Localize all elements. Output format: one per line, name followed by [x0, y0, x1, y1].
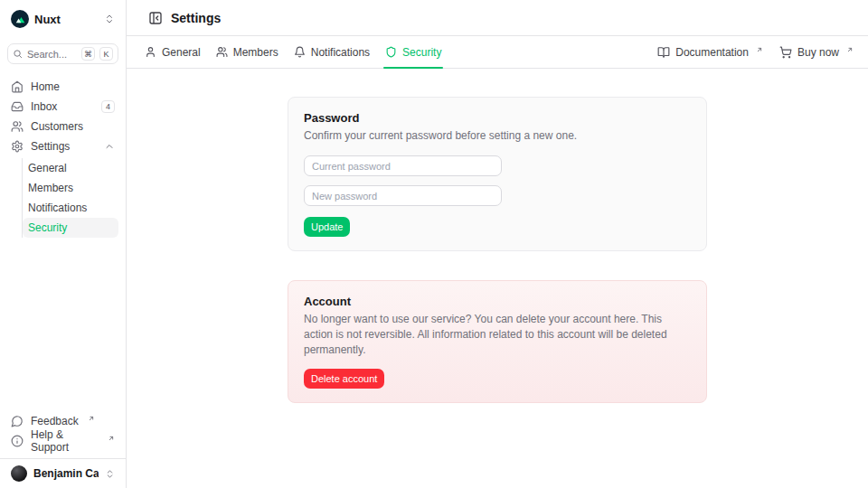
page-header: Settings: [127, 0, 868, 36]
external-link-icon: [756, 46, 763, 53]
external-link-icon: [846, 46, 854, 53]
tab-security[interactable]: Security: [385, 36, 441, 69]
card-description: No longer want to use our service? You c…: [304, 312, 691, 358]
team-switcher[interactable]: Nuxt: [7, 9, 118, 29]
search-placeholder: Search...: [27, 49, 77, 60]
inbox-count-badge: 4: [101, 100, 115, 113]
tab-members[interactable]: Members: [216, 36, 278, 69]
avatar: [11, 465, 27, 482]
chevron-up-icon: [104, 141, 115, 152]
users-icon: [216, 46, 228, 58]
sidebar-toggle-button[interactable]: [148, 11, 163, 25]
tab-label: General: [162, 46, 201, 59]
user-name: Benjamin Canac: [33, 467, 99, 480]
sidebar-item-settings-notifications[interactable]: Notifications: [23, 198, 118, 218]
info-circle-icon: [11, 435, 24, 447]
password-card: Password Confirm your current password b…: [288, 97, 707, 251]
tab-label: Members: [233, 46, 278, 59]
delete-account-button[interactable]: Delete account: [304, 369, 384, 389]
sidebar-item-settings-general[interactable]: General: [23, 158, 118, 178]
kbd-cmd: ⌘: [81, 47, 95, 61]
update-button[interactable]: Update: [304, 217, 350, 237]
documentation-link[interactable]: Documentation: [657, 46, 763, 59]
chevrons-up-down-icon: [104, 14, 115, 24]
user-icon: [145, 46, 156, 58]
brand-name: Nuxt: [34, 13, 99, 26]
header-toolbar: Documentation Buy now: [657, 46, 854, 59]
nuxt-logo-icon: [11, 10, 29, 28]
card-title: Account: [304, 295, 691, 309]
current-password-input[interactable]: [304, 155, 502, 176]
sidebar-item-settings-security[interactable]: Security: [23, 218, 118, 238]
home-icon: [11, 80, 24, 93]
buy-now-link[interactable]: Buy now: [779, 46, 854, 59]
users-icon: [11, 120, 24, 133]
sidebar-item-label: Home: [31, 80, 60, 93]
search-icon: [13, 49, 23, 59]
tab-notifications[interactable]: Notifications: [294, 36, 370, 69]
tab-label: Notifications: [311, 46, 370, 59]
settings-tabbar: General Members Notifications Security D…: [127, 36, 868, 69]
message-bubble-icon: [11, 415, 24, 427]
page-title: Settings: [171, 11, 221, 25]
shield-icon: [385, 46, 397, 58]
tab-general[interactable]: General: [145, 36, 201, 69]
sidebar-item-help-support[interactable]: Help & Support: [7, 431, 118, 451]
toolbar-link-label: Buy now: [797, 46, 839, 59]
card-description: Confirm your current password before set…: [304, 128, 691, 144]
bell-icon: [294, 46, 306, 58]
sidebar-item-label: Notifications: [28, 202, 87, 214]
sidebar-top: Nuxt Search... ⌘ K: [0, 0, 126, 64]
tab-label: Security: [402, 46, 441, 59]
sidebar-nav: Home Inbox 4 Customers Settings Gener: [0, 64, 126, 238]
new-password-input[interactable]: [304, 185, 502, 206]
book-icon: [657, 46, 670, 59]
gear-icon: [11, 140, 24, 153]
sidebar-item-label: Inbox: [31, 100, 57, 113]
user-menu[interactable]: Benjamin Canac: [0, 458, 126, 488]
search-input[interactable]: Search... ⌘ K: [7, 43, 118, 64]
shopping-cart-icon: [779, 46, 792, 59]
toolbar-link-label: Documentation: [675, 46, 749, 59]
app-window: Nuxt Search... ⌘ K Home Inbox: [0, 0, 868, 488]
sidebar-item-settings[interactable]: Settings: [7, 136, 118, 156]
main-area: Settings General Members Notifications S…: [127, 0, 868, 488]
external-link-icon: [108, 435, 115, 442]
external-link-icon: [88, 415, 95, 422]
sidebar-bottom: Feedback Help & Support Benjamin Canac: [0, 406, 126, 488]
sidebar-item-label: Feedback: [31, 415, 79, 427]
sidebar-item-label: Settings: [31, 140, 70, 153]
card-title: Password: [304, 111, 691, 126]
inbox-icon: [11, 100, 24, 113]
sidebar-footer-links: Feedback Help & Support: [0, 406, 126, 458]
settings-subnav: General Members Notifications Security: [22, 158, 118, 238]
sidebar-item-label: Customers: [31, 120, 83, 133]
sidebar-item-inbox[interactable]: Inbox 4: [7, 97, 118, 117]
sidebar-item-settings-members[interactable]: Members: [23, 178, 118, 198]
sidebar-item-label: Members: [28, 182, 73, 194]
chevrons-up-down-icon: [105, 469, 115, 479]
sidebar-item-label: Help & Support: [31, 428, 99, 454]
sidebar-item-label: General: [28, 162, 67, 174]
sidebar-item-customers[interactable]: Customers: [7, 117, 118, 136]
settings-security-content: Password Confirm your current password b…: [127, 69, 868, 488]
kbd-k: K: [99, 47, 113, 61]
sidebar-item-label: Security: [28, 221, 67, 234]
sidebar: Nuxt Search... ⌘ K Home Inbox: [0, 0, 127, 488]
sidebar-item-home[interactable]: Home: [7, 77, 118, 97]
account-danger-card: Account No longer want to use our servic…: [288, 280, 707, 403]
